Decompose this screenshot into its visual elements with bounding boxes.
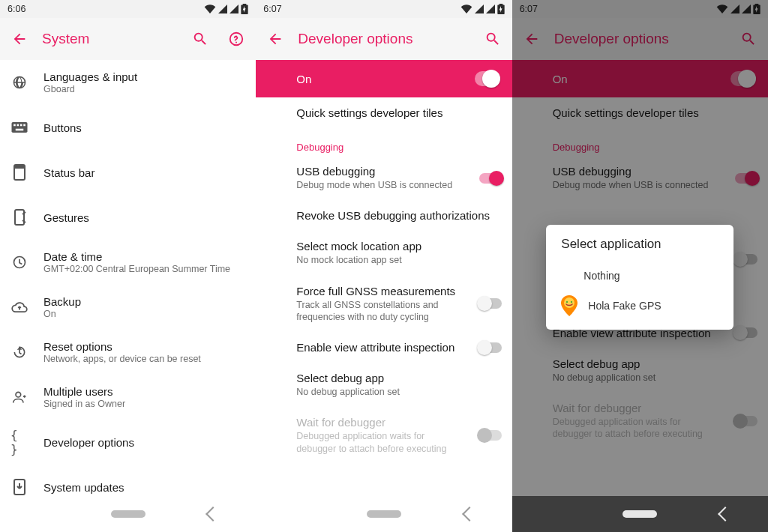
list-item-label: Reset options <box>44 340 201 353</box>
arrow-left-icon <box>267 31 284 47</box>
dialog-option-nothing[interactable]: Nothing <box>561 261 718 291</box>
row-sub: No mock location app set <box>296 254 500 266</box>
status-icons <box>204 4 248 14</box>
search-icon <box>484 31 501 47</box>
svg-point-10 <box>16 392 21 397</box>
switch-off-icon[interactable] <box>479 342 502 353</box>
list-item-sub: Signed in as Owner <box>44 399 125 409</box>
list-item-backup[interactable]: BackupOn <box>0 285 256 330</box>
search-button[interactable] <box>479 25 506 52</box>
row-sub: Track all GNSS constellations and freque… <box>296 299 500 324</box>
nav-back[interactable] <box>682 509 768 519</box>
list-item-gestures[interactable]: Gestures <box>0 195 256 240</box>
list-item-sub: Gboard <box>44 84 137 94</box>
status-clock: 6:06 <box>8 4 26 14</box>
row-title: Select debug app <box>296 372 500 384</box>
section-debugging: Debugging <box>256 128 512 156</box>
list-item-sub: Network, apps, or device can be reset <box>44 354 201 364</box>
page-title: Developer options <box>298 31 470 47</box>
list-item-datetime[interactable]: Date & timeGMT+02:00 Central European Su… <box>0 240 256 285</box>
signal-icon <box>486 4 495 13</box>
cloud-up-icon <box>11 301 28 313</box>
keyboard-icon <box>11 122 28 133</box>
list-item-buttons[interactable]: Buttons <box>0 105 256 150</box>
list-item-languages[interactable]: Languages & inputGboard <box>0 60 256 105</box>
master-toggle-label: On <box>296 73 311 85</box>
signal-icon <box>218 4 227 13</box>
nav-home[interactable] <box>597 510 682 518</box>
status-bar: 6:06 <box>0 0 256 18</box>
row-sub: Debugged application waits for debugger … <box>296 430 500 455</box>
dialog-option-hola[interactable]: Hola Fake GPS <box>561 291 718 321</box>
map-pin-icon <box>561 295 578 316</box>
switch-off-icon[interactable] <box>479 298 502 309</box>
list-item-label: Developer options <box>44 436 134 449</box>
help-button[interactable] <box>223 25 250 52</box>
search-icon <box>192 31 208 47</box>
globe-icon <box>12 75 27 90</box>
app-bar: Developer options <box>256 18 512 60</box>
svg-rect-7 <box>14 165 25 169</box>
svg-rect-3 <box>20 124 22 127</box>
dialog-option-label: Hola Fake GPS <box>588 300 661 312</box>
row-debug-app[interactable]: Select debug app No debug application se… <box>256 363 512 407</box>
svg-rect-4 <box>23 124 26 127</box>
nav-home[interactable] <box>341 510 427 518</box>
help-icon <box>228 31 244 47</box>
list-item-label: Status bar <box>44 166 94 179</box>
nav-back[interactable] <box>427 509 512 519</box>
svg-rect-2 <box>17 124 20 127</box>
row-gnss[interactable]: Force full GNSS measurements Track all G… <box>256 276 512 333</box>
back-button[interactable] <box>6 25 33 52</box>
switch-disabled-icon <box>479 430 502 441</box>
phone-system-settings: 6:06 System Languages & inputGboard Butt… <box>0 0 256 532</box>
row-view-inspect[interactable]: Enable view attribute inspection <box>256 332 512 363</box>
row-revoke-usb[interactable]: Revoke USB debugging authorizations <box>256 200 512 231</box>
list-item-updates[interactable]: System updates <box>0 465 256 496</box>
row-title: USB debugging <box>296 165 500 178</box>
developer-list: On Quick settings developer tiles Debugg… <box>256 60 512 496</box>
row-usb-debugging[interactable]: USB debugging Debug mode when USB is con… <box>256 156 512 200</box>
list-item-label: Date & time <box>44 250 230 263</box>
row-title: Force full GNSS measurements <box>296 285 500 297</box>
select-application-dialog: Select application Nothing Hola Fake GPS <box>546 225 734 330</box>
dialog-option-label: Nothing <box>584 270 620 282</box>
nav-back[interactable] <box>171 509 256 519</box>
signal-icon <box>475 4 484 13</box>
row-wait-debugger: Wait for debugger Debugged application w… <box>256 407 512 464</box>
wifi-icon <box>204 4 216 13</box>
svg-rect-8 <box>15 210 24 225</box>
back-button[interactable] <box>262 25 289 52</box>
navigation-bar <box>512 496 768 532</box>
list-item-developer[interactable]: { } Developer options <box>0 420 256 465</box>
dialog-title: Select application <box>561 237 718 252</box>
navigation-bar <box>0 496 256 532</box>
master-toggle-row[interactable]: On <box>256 60 512 97</box>
row-title: Select mock location app <box>296 240 500 253</box>
svg-point-13 <box>566 301 568 303</box>
svg-rect-0 <box>12 122 28 133</box>
svg-rect-5 <box>16 129 24 131</box>
search-button[interactable] <box>187 25 214 52</box>
row-mock-location[interactable]: Select mock location app No mock locatio… <box>256 231 512 275</box>
svg-rect-1 <box>14 124 16 127</box>
nav-home[interactable] <box>86 510 171 518</box>
list-item-reset[interactable]: Reset optionsNetwork, apps, or device ca… <box>0 330 256 375</box>
row-quick-tiles[interactable]: Quick settings developer tiles <box>256 97 512 128</box>
svg-point-12 <box>564 297 574 308</box>
row-title: Wait for debugger <box>296 416 500 429</box>
user-icon <box>12 390 27 405</box>
switch-on-icon[interactable] <box>479 173 502 184</box>
system-list: Languages & inputGboard Buttons Status b… <box>0 60 256 496</box>
list-item-label: Multiple users <box>44 385 125 398</box>
list-item-label: Buttons <box>44 121 82 134</box>
list-item-users[interactable]: Multiple usersSigned in as Owner <box>0 375 256 420</box>
list-item-label: Languages & input <box>44 70 137 83</box>
signal-icon <box>230 4 238 13</box>
row-sub: No debug application set <box>296 386 500 398</box>
row-title: Quick settings developer tiles <box>296 106 500 119</box>
list-item-statusbar[interactable]: Status bar <box>0 150 256 195</box>
switch-on-icon <box>475 71 500 86</box>
arrow-left-icon <box>11 31 28 47</box>
list-item-sub: On <box>44 309 81 319</box>
